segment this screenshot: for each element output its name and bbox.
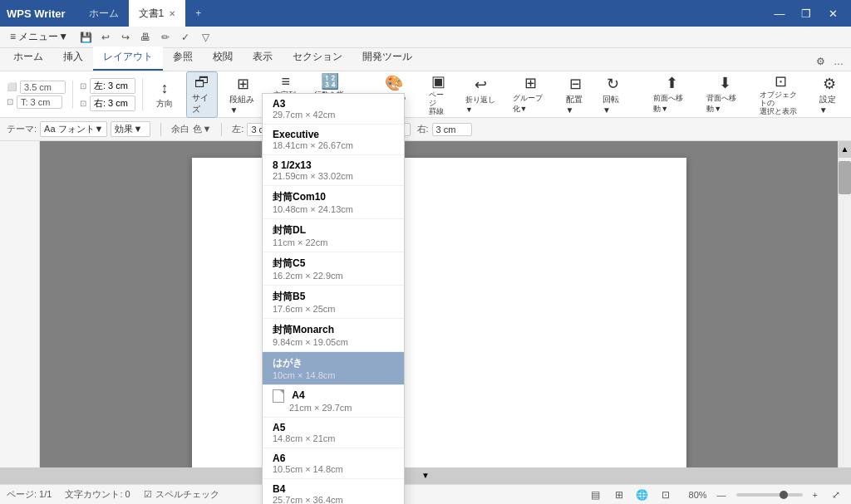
- effect-selector[interactable]: 効果▼: [111, 121, 150, 137]
- align-icon: ⊟: [569, 75, 582, 93]
- charlist-icon: ≡: [281, 73, 290, 91]
- tab-review[interactable]: 校閲: [203, 46, 243, 71]
- doc-tab[interactable]: 文書1 ✕: [129, 0, 186, 27]
- format-painter-icon[interactable]: ✏: [156, 28, 175, 46]
- redo-icon[interactable]: ↪: [116, 28, 135, 46]
- tab-section[interactable]: セクション: [283, 46, 352, 71]
- columns-icon: ⊞: [237, 75, 249, 93]
- group-button[interactable]: ⊞ グループ化▼: [508, 72, 554, 116]
- main-area: ▲ ▼: [0, 141, 851, 484]
- left-ruler: [0, 141, 40, 484]
- wrap-icon: ↩: [475, 76, 487, 94]
- new-tab-button[interactable]: +: [185, 0, 211, 27]
- restore-button[interactable]: ❐: [794, 4, 818, 22]
- doc-tab-close[interactable]: ✕: [169, 9, 175, 18]
- close-button[interactable]: ✕: [821, 4, 844, 22]
- size-dropdown: A3 29.7cm × 42cm Executive 18.41cm × 26.…: [262, 93, 405, 504]
- status-left: ページ: 1/1 文字カウント: 0 ☑ スペルチェック: [7, 488, 219, 501]
- spellcheck-toggle[interactable]: ☑ スペルチェック: [144, 488, 219, 501]
- wrap-button[interactable]: ↩ 折り返し▼: [460, 74, 501, 115]
- size-option-a5[interactable]: A5 14.8cm × 21cm: [263, 418, 404, 448]
- view-fullscreen-icon[interactable]: ⊡: [657, 487, 674, 503]
- size-option-hagaki[interactable]: はがき 10cm × 14.8cm: [263, 352, 404, 385]
- size-option-monarch[interactable]: 封筒Monarch 9.84cm × 19.05cm: [263, 319, 404, 352]
- theme-label: テーマ:: [7, 123, 37, 135]
- app-name: WPS Writer: [7, 7, 66, 20]
- tab-devtools[interactable]: 開発ツール: [352, 46, 422, 71]
- right-value[interactable]: 3 cm: [432, 123, 472, 136]
- size-option-executive[interactable]: Executive 18.41cm × 26.67cm: [263, 125, 404, 155]
- menu-main[interactable]: ≡ メニュー▼: [3, 28, 75, 46]
- size-button[interactable]: 🗗 サイズ: [186, 71, 218, 118]
- menu-bar: ≡ メニュー▼ 💾 ↩ ↪ 🖶 ✏ ✓ ▽: [0, 27, 851, 48]
- minimize-button[interactable]: —: [768, 4, 791, 22]
- tofront-button[interactable]: ⬆ 前面へ移動▼: [648, 72, 695, 116]
- rotate-button[interactable]: ↻ 回転▼: [598, 73, 627, 116]
- pageborder-icon: ▣: [431, 72, 445, 91]
- size-option-b4[interactable]: B4 25.7cm × 36.4cm: [263, 479, 404, 504]
- direction-button[interactable]: ↕ 方向: [150, 78, 180, 111]
- wordcount-info: 文字カウント: 0: [65, 488, 130, 501]
- status-right: ▤ ⊞ 🌐 ⊡ 80% — + ⤢: [588, 487, 844, 503]
- size-option-8half13[interactable]: 8 1/2x13 21.59cm × 33.02cm: [263, 155, 404, 186]
- margin-top-value: 3.5 cm: [20, 81, 66, 94]
- format-bar: テーマ: Aa フォント▼ 効果▼ 余白 色▼ 左: 3 cm 上: 3.5 c…: [0, 118, 851, 141]
- spellcheck-icon[interactable]: ✓: [176, 28, 194, 46]
- zoom-plus-button[interactable]: +: [809, 490, 821, 500]
- ribbon: ⬜ 3.5 cm ⊡ T: 3 cm ⊡ 左: 3 cm ⊡ 右: 3 cm ↕…: [0, 71, 851, 118]
- view-web-icon[interactable]: ⊞: [611, 487, 627, 503]
- page-info: ページ: 1/1: [7, 488, 52, 501]
- save-icon[interactable]: 💾: [76, 28, 95, 46]
- zoom-slider[interactable]: [736, 493, 803, 497]
- size-option-b5env[interactable]: 封筒B5 17.6cm × 25cm: [263, 286, 404, 319]
- quick-access-toolbar: 💾 ↩ ↪ 🖶 ✏ ✓ ▽: [75, 28, 216, 46]
- undo-icon[interactable]: ↩: [96, 28, 115, 46]
- tofront-icon: ⬆: [666, 74, 678, 92]
- direction-icon: ↕: [161, 80, 169, 97]
- size-option-a6[interactable]: A6 10.5cm × 14.8cm: [263, 448, 404, 479]
- help-icon[interactable]: ⚙: [811, 52, 829, 71]
- pageborder-button[interactable]: ▣ ページ罫線: [424, 71, 454, 118]
- spellcheck-label: スペルチェック: [155, 488, 219, 501]
- size-option-c5[interactable]: 封筒C5 16.2cm × 22.9cm: [263, 252, 404, 286]
- align-button[interactable]: ⊟ 配置▼: [561, 73, 591, 116]
- tb-dropdown[interactable]: ▽: [196, 28, 214, 46]
- margin-top-label: ⬜: [7, 82, 17, 91]
- view-normal-icon[interactable]: ▤: [588, 487, 604, 503]
- expand-icon[interactable]: …: [829, 52, 848, 71]
- color-label2[interactable]: 色▼: [193, 123, 211, 135]
- settings-button[interactable]: ⚙ 設定▼: [814, 73, 844, 116]
- tab-view[interactable]: 表示: [243, 46, 283, 71]
- fit-page-icon[interactable]: ⤢: [828, 487, 844, 503]
- zoom-thumb: [780, 491, 788, 499]
- group-icon: ⊞: [524, 74, 537, 92]
- view-read-icon[interactable]: 🌐: [634, 487, 651, 503]
- tab-home[interactable]: ホーム: [3, 46, 53, 71]
- size-icon: 🗗: [194, 74, 209, 91]
- size-option-a4[interactable]: A4 21cm × 29.7cm: [263, 385, 404, 418]
- toback-icon: ⬇: [719, 74, 731, 92]
- font-selector[interactable]: Aa フォント▼: [40, 121, 107, 137]
- tab-insert[interactable]: 挿入: [53, 46, 93, 71]
- format-sep2: [221, 123, 222, 136]
- right-label: 右:: [417, 123, 429, 135]
- size-option-com10[interactable]: 封筒Com10 10.48cm × 24.13cm: [263, 186, 404, 219]
- columns-button[interactable]: ⊞ 段組み▼: [224, 73, 262, 116]
- editor-area[interactable]: [40, 141, 838, 484]
- spellcheck-checkbox: ☑: [144, 489, 152, 500]
- margin-right-value: 右: 3 cm: [90, 95, 135, 111]
- tab-reference[interactable]: 参照: [163, 46, 203, 71]
- selectobject-button[interactable]: ⊡ オブジェクトの選択と表示: [755, 71, 807, 118]
- window-controls: — ❐ ✕: [768, 4, 844, 22]
- zoom-minus-button[interactable]: —: [714, 490, 730, 500]
- home-tab[interactable]: ホーム: [79, 0, 129, 27]
- print-icon[interactable]: 🖶: [136, 28, 155, 46]
- tab-layout[interactable]: レイアウト: [93, 46, 163, 71]
- right-margin-item: 右: 3 cm: [417, 123, 472, 136]
- tab-area: ホーム 文書1 ✕ +: [79, 0, 768, 27]
- size-option-dl[interactable]: 封筒DL 11cm × 22cm: [263, 219, 404, 252]
- toback-button[interactable]: ⬇ 背面へ移動▼: [701, 72, 748, 116]
- status-bar: ページ: 1/1 文字カウント: 0 ☑ スペルチェック ▤ ⊞ 🌐 ⊡ 80%…: [0, 484, 851, 504]
- size-option-a3[interactable]: A3 29.7cm × 42cm: [263, 94, 404, 125]
- vertical-scrollbar[interactable]: ▲ ▼: [838, 141, 851, 484]
